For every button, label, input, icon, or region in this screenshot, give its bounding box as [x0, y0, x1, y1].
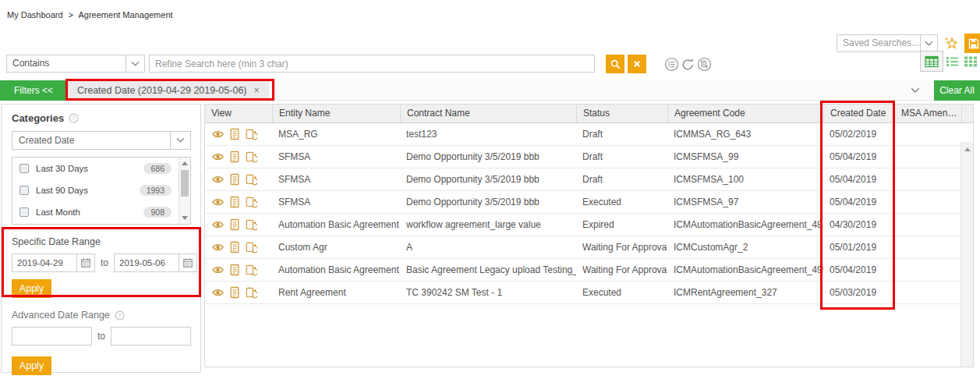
view-eye-icon[interactable]: [211, 286, 225, 299]
column-header-entity-name[interactable]: Entity Name: [272, 105, 400, 122]
cell-created-date: 05/03/2019: [823, 287, 894, 298]
date-to-field[interactable]: [114, 254, 197, 272]
table-view-button[interactable]: [920, 51, 943, 72]
help-icon[interactable]: [69, 113, 79, 123]
table-row[interactable]: SFMSA Demo Opportunity 3/5/2019 bbb Draf…: [205, 146, 961, 168]
clear-all-button[interactable]: Clear All: [934, 80, 980, 101]
column-header-agreement-code[interactable]: Agreement Code: [667, 105, 823, 122]
history-doc-icon[interactable]: [245, 196, 257, 208]
list-view-icon: [946, 55, 960, 68]
view-eye-icon[interactable]: [211, 151, 225, 163]
search-operator-select[interactable]: Contains: [6, 55, 145, 73]
cell-contract-name: Demo Opportunity 3/5/2019 bbb: [400, 197, 576, 207]
checkbox-last-30-days[interactable]: [19, 164, 29, 173]
advanced-to-input[interactable]: [111, 327, 191, 346]
row-actions: [205, 264, 272, 276]
search-input[interactable]: [150, 55, 594, 72]
history-doc-icon[interactable]: [245, 173, 257, 186]
view-eye-icon[interactable]: [211, 173, 225, 186]
scroll-down-icon[interactable]: [182, 216, 188, 220]
table-row[interactable]: SFMSA Demo Opportunity 3/5/2019 bbb Exec…: [205, 191, 961, 214]
view-eye-icon[interactable]: [211, 241, 225, 254]
cell-created-date: 05/01/2019: [823, 242, 894, 253]
history-doc-icon[interactable]: [245, 128, 257, 140]
view-eye-icon[interactable]: [211, 196, 225, 208]
view-eye-icon[interactable]: [211, 218, 225, 231]
chevron-down-icon: [925, 41, 933, 47]
calendar-icon: [182, 257, 193, 268]
row-actions: [205, 151, 272, 163]
history-doc-icon[interactable]: [245, 286, 257, 299]
filters-toggle-button[interactable]: Filters <<: [0, 80, 67, 101]
saved-searches-select[interactable]: Saved Searches...: [837, 34, 938, 52]
search-operator-dropdown-button[interactable]: [126, 55, 144, 72]
advanced-range-apply-button[interactable]: Apply: [12, 356, 51, 375]
clear-search-button[interactable]: [628, 55, 646, 73]
view-eye-icon[interactable]: [211, 128, 225, 140]
list-view-button[interactable]: [944, 51, 961, 72]
category-select-dropdown-button[interactable]: [170, 132, 190, 149]
details-doc-icon[interactable]: [228, 196, 241, 208]
history-doc-icon[interactable]: [245, 151, 257, 163]
column-header-view[interactable]: View: [205, 105, 272, 122]
column-header-contract-name[interactable]: Contract Name: [400, 105, 576, 122]
advanced-from-input[interactable]: [12, 327, 92, 346]
filter-chip-created-date[interactable]: Created Date (2019-04-29 2019-05-06) ×: [68, 80, 269, 101]
filter-chip-remove-icon[interactable]: ×: [254, 85, 260, 96]
breadcrumb-home-link[interactable]: My Dashboard: [7, 10, 63, 20]
table-row[interactable]: MSA_RG test123 Draft ICMMSA_RG_643 05/02…: [205, 123, 961, 146]
favorite-search-button[interactable]: [943, 35, 959, 52]
details-doc-icon[interactable]: [228, 173, 241, 186]
details-doc-icon[interactable]: [228, 218, 241, 231]
listbox-scrollbar[interactable]: [179, 158, 190, 224]
specific-range-apply-button[interactable]: Apply: [12, 279, 51, 298]
scroll-up-icon[interactable]: [964, 147, 971, 151]
category-select[interactable]: Created Date: [12, 131, 191, 150]
column-header-created-date[interactable]: Created Date: [823, 105, 894, 122]
date-from-calendar-button[interactable]: [76, 254, 94, 271]
column-header-status[interactable]: Status: [576, 105, 667, 122]
history-doc-icon[interactable]: [245, 264, 257, 276]
checkbox-last-month[interactable]: [19, 207, 29, 217]
chevron-down-icon: [176, 137, 185, 144]
history-doc-icon[interactable]: [245, 241, 257, 254]
details-doc-icon[interactable]: [228, 241, 241, 254]
table-row[interactable]: SFMSA Demo Opportunity 3/5/2019 bbb Draf…: [205, 168, 961, 191]
grid-view-button[interactable]: [962, 51, 979, 72]
view-eye-icon[interactable]: [211, 264, 225, 276]
search-button[interactable]: [606, 55, 624, 73]
table-row[interactable]: Custom Agr A Waiting For Approval ICMCus…: [205, 236, 961, 259]
details-doc-icon[interactable]: [228, 286, 241, 299]
refresh-icon[interactable]: [681, 57, 695, 72]
list-item[interactable]: Last Month 908: [12, 201, 190, 223]
scrollbar-thumb[interactable]: [181, 170, 189, 197]
details-doc-icon[interactable]: [228, 264, 241, 276]
filters-collapse-chevron-icon[interactable]: [911, 87, 920, 94]
cell-agreement-code: ICMAutomationBasicAgreement_481: [667, 219, 823, 230]
details-doc-icon[interactable]: [228, 128, 241, 140]
search-bar: Contains: [6, 55, 979, 73]
checkbox-last-90-days[interactable]: [19, 186, 29, 195]
history-doc-icon[interactable]: [245, 218, 257, 231]
details-doc-icon[interactable]: [228, 151, 241, 163]
date-to-calendar-button[interactable]: [179, 254, 196, 271]
date-from-input[interactable]: [12, 254, 76, 271]
cell-status: Draft: [576, 174, 667, 185]
list-item[interactable]: Last 30 Days 686: [12, 158, 190, 179]
row-actions: [205, 218, 272, 231]
scroll-up-icon[interactable]: [182, 161, 188, 165]
date-from-field[interactable]: [12, 254, 95, 272]
saved-searches-placeholder: Saved Searches...: [837, 35, 920, 51]
column-header-msa-amendment[interactable]: MSA Amendm...: [894, 105, 961, 122]
table-row[interactable]: Automation Basic Agreement Basic Agreeme…: [205, 259, 961, 282]
date-to-input[interactable]: [115, 254, 179, 271]
saved-searches-dropdown-button[interactable]: [920, 35, 937, 51]
summary-list-icon[interactable]: [664, 57, 679, 72]
report-icon[interactable]: [697, 57, 712, 72]
table-row[interactable]: Automation Basic Agreement workflow agre…: [205, 214, 961, 236]
table-scrollbar[interactable]: [961, 142, 973, 367]
help-icon[interactable]: [115, 310, 125, 321]
table-row[interactable]: Rent Agreement TC 390242 SM Test - 1 Exe…: [205, 282, 961, 304]
cell-entity-name: Automation Basic Agreement: [272, 264, 400, 275]
list-item[interactable]: Last 90 Days 1993: [12, 179, 190, 201]
